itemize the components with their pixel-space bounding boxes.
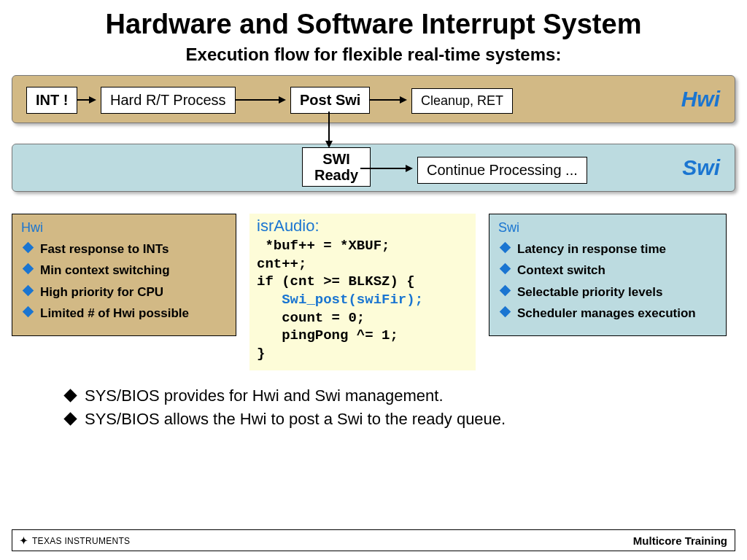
page-title: Hardware and Software Interrupt System <box>0 9 747 40</box>
arrow-icon <box>360 168 411 169</box>
list-item: Limited # of Hwi possible <box>24 306 228 321</box>
list-item: SYS/BIOS allows the Hwi to post a Swi to… <box>66 410 703 429</box>
footer: ✦ TEXAS INSTRUMENTS Multicore Training <box>12 529 735 551</box>
code-panel: isrAudio: *buf++ = *XBUF; cnt++; if (cnt… <box>249 214 476 370</box>
code-body: *buf++ = *XBUF; cnt++; if (cnt >= BLKSZ)… <box>257 237 468 363</box>
list-item: Selectable priority levels <box>501 284 719 300</box>
node-int: INT ! <box>26 87 77 114</box>
swi-lane-label: Swi <box>682 155 720 180</box>
list-item: Fast response to INTs <box>24 241 228 257</box>
arrow-icon <box>235 99 285 101</box>
list-item: High priority for CPU <box>24 284 228 300</box>
node-hard-rt: Hard R/T Process <box>101 87 236 114</box>
hwi-panel: Hwi Fast response to INTs Min context sw… <box>12 214 236 336</box>
page-subtitle: Execution flow for flexible real-time sy… <box>0 44 747 65</box>
list-item: Min context switching <box>24 262 228 278</box>
footer-left: ✦ TEXAS INSTRUMENTS <box>20 535 130 546</box>
hwi-panel-title: Hwi <box>21 220 228 236</box>
node-swi-ready: SWI Ready <box>302 147 371 187</box>
bottom-bullets: SYS/BIOS provides for Hwi and Swi manage… <box>66 386 703 429</box>
list-item: SYS/BIOS provides for Hwi and Swi manage… <box>66 386 703 405</box>
node-continue: Continue Processing ... <box>417 157 587 184</box>
code-title: isrAudio: <box>257 217 468 236</box>
swi-panel-title: Swi <box>498 220 719 236</box>
footer-right: Multicore Training <box>633 534 727 547</box>
panels-row: Hwi Fast response to INTs Min context sw… <box>12 214 735 370</box>
node-post-swi: Post Swi <box>290 87 370 114</box>
list-item: Context switch <box>501 262 719 278</box>
footer-brand: TEXAS INSTRUMENTS <box>32 536 130 546</box>
arrow-icon <box>77 99 95 101</box>
swi-panel: Swi Latency in response time Context swi… <box>489 214 727 336</box>
arrow-down-icon <box>328 112 330 147</box>
node-cleanup: Cleanup, RET <box>411 88 513 114</box>
list-item: Scheduler manages execution <box>501 306 719 321</box>
list-item: Latency in response time <box>501 241 719 257</box>
ti-logo-icon: ✦ <box>20 535 28 546</box>
flow-diagram: Hwi Swi INT ! Hard R/T Process Post Swi … <box>12 75 735 206</box>
hwi-lane-label: Hwi <box>681 87 720 112</box>
arrow-icon <box>369 99 406 101</box>
